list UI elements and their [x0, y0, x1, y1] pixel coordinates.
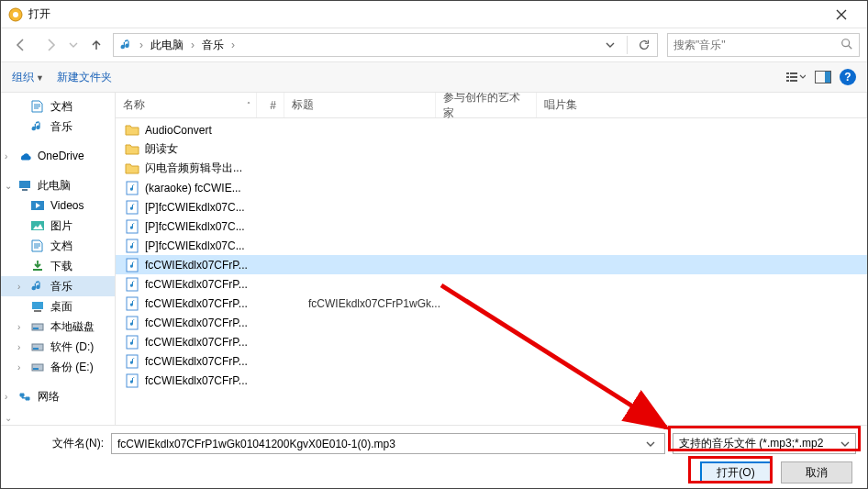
sidebar-item[interactable]: ›本地磁盘	[1, 317, 115, 337]
filter-text: 支持的音乐文件 (*.mp3;*.mp2	[679, 436, 840, 451]
sidebar-item[interactable]: ›软件 (D:)	[1, 337, 115, 357]
svg-rect-12	[22, 189, 28, 191]
sort-caret-icon: ˄	[247, 101, 250, 109]
tree-caret-icon[interactable]: ›	[5, 392, 14, 402]
toolbar: 组织▼ 新建文件夹 ?	[1, 61, 867, 93]
sidebar-item-label: 桌面	[50, 299, 72, 315]
music-icon	[30, 279, 45, 294]
new-folder-button[interactable]: 新建文件夹	[57, 70, 112, 85]
sidebar: 文档音乐›OneDrive⌄此电脑Videos图片文档下载›音乐桌面›本地磁盘›…	[1, 93, 116, 425]
chevron-right-icon: ›	[138, 39, 145, 51]
file-row[interactable]: fcCWIEkdlx07CFrP...	[116, 255, 867, 274]
file-row[interactable]: [P]fcCWIEkdlx07C...	[116, 236, 867, 255]
sidebar-item-label: Videos	[50, 199, 83, 212]
svg-rect-20	[33, 348, 39, 350]
disk-icon	[30, 339, 45, 354]
sidebar-item[interactable]: ›网络	[1, 386, 115, 406]
sidebar-item[interactable]: ⌄此电脑	[1, 175, 115, 195]
folder-icon	[125, 123, 139, 138]
onedrive-icon	[17, 149, 32, 163]
file-row[interactable]: (karaoke) fcCWIE...	[116, 178, 867, 197]
file-row[interactable]: fcCWIEkdlx07CFrP...fcCWIEkdlx07CFrP1wGk.…	[116, 294, 867, 313]
view-options-button[interactable]	[785, 66, 807, 88]
sidebar-item[interactable]: ›音乐	[1, 276, 115, 296]
open-button[interactable]: 打开(O)	[700, 461, 772, 483]
file-row[interactable]: 闪电音频剪辑导出...	[116, 159, 867, 178]
tree-caret-icon[interactable]: ›	[17, 322, 27, 332]
file-title: fcCWIEkdlx07CFrP1wGk...	[308, 297, 460, 310]
sidebar-item-label: 本地磁盘	[50, 319, 95, 335]
svg-rect-8	[790, 80, 797, 82]
sidebar-item[interactable]: 桌面	[1, 296, 115, 317]
file-row[interactable]: 朗读女	[116, 139, 867, 159]
file-type-filter[interactable]: 支持的音乐文件 (*.mp3;*.mp2	[673, 433, 856, 454]
col-artist[interactable]: 参与创作的艺术家	[436, 93, 537, 117]
tree-caret-icon[interactable]: ›	[17, 282, 27, 292]
breadcrumb-history-drop[interactable]	[601, 34, 619, 56]
tree-caret-icon[interactable]: ›	[17, 342, 27, 352]
file-row[interactable]: fcCWIEkdlx07CFrP...	[116, 313, 867, 332]
audio-file-icon	[125, 354, 139, 369]
col-album[interactable]: 唱片集	[537, 93, 867, 117]
search-box[interactable]	[667, 33, 860, 57]
filename-history-drop[interactable]	[643, 439, 659, 449]
sidebar-item[interactable]: ›OneDrive	[1, 146, 115, 166]
svg-point-2	[842, 39, 850, 46]
music-folder-icon	[119, 38, 134, 52]
search-input[interactable]	[673, 39, 840, 51]
audio-file-icon	[125, 239, 139, 253]
sidebar-item[interactable]: 文档	[1, 96, 115, 117]
help-button[interactable]: ?	[840, 69, 856, 85]
tree-caret-icon[interactable]: ›	[5, 151, 14, 161]
search-icon[interactable]	[840, 38, 853, 53]
svg-rect-11	[19, 181, 30, 188]
file-row[interactable]: fcCWIEkdlx07CFrP...	[116, 274, 867, 294]
cancel-button[interactable]: 取消	[781, 461, 852, 483]
video-icon	[30, 198, 45, 213]
file-row[interactable]: AudioConvert	[116, 120, 867, 139]
sidebar-item[interactable]: ›备份 (E:)	[1, 357, 115, 377]
svg-point-1	[13, 12, 18, 17]
nav-up[interactable]	[83, 32, 109, 58]
close-button[interactable]	[823, 2, 860, 28]
nav-recent-drop[interactable]	[67, 32, 80, 58]
breadcrumb[interactable]: › 此电脑 › 音乐 ›	[113, 33, 658, 57]
file-row[interactable]: [P]fcCWIEkdlx07C...	[116, 217, 867, 236]
file-name: (karaoke) fcCWIE...	[145, 182, 270, 194]
file-name: 闪电音频剪辑导出...	[145, 161, 270, 176]
sidebar-item[interactable]: Videos	[1, 195, 115, 216]
file-row[interactable]: fcCWIEkdlx07CFrP...	[116, 332, 867, 351]
filename-field-wrap[interactable]	[111, 433, 665, 454]
nav-back[interactable]	[8, 32, 34, 58]
file-name: fcCWIEkdlx07CFrP...	[145, 317, 270, 329]
breadcrumb-item-0[interactable]: 此电脑	[147, 36, 187, 55]
file-name: fcCWIEkdlx07CFrP...	[145, 374, 270, 387]
sidebar-item-label: 音乐	[50, 119, 72, 135]
sidebar-item[interactable]: 图片	[1, 216, 115, 236]
filename-input[interactable]	[117, 438, 643, 450]
refresh-button[interactable]	[635, 34, 653, 56]
file-name: [P]fcCWIEkdlx07C...	[145, 220, 270, 233]
sidebar-item[interactable]: 下载	[1, 256, 115, 276]
tree-caret-icon[interactable]: ⌄	[5, 181, 14, 191]
sidebar-item[interactable]: 文档	[1, 236, 115, 256]
breadcrumb-item-1[interactable]: 音乐	[198, 36, 228, 55]
tree-caret-icon[interactable]: ›	[17, 362, 27, 372]
organize-button[interactable]: 组织▼	[12, 70, 44, 85]
network-icon	[17, 389, 32, 404]
preview-pane-button[interactable]	[812, 66, 834, 88]
sidebar-item[interactable]: 音乐	[1, 117, 115, 137]
file-row[interactable]: fcCWIEkdlx07CFrP...	[116, 351, 867, 371]
col-title[interactable]: 标题	[284, 93, 436, 117]
col-name[interactable]: 名称˄	[116, 93, 257, 117]
file-row[interactable]: [P]fcCWIEkdlx07C...	[116, 197, 867, 217]
nav-forward[interactable]	[38, 32, 63, 58]
sidebar-item-label: 文档	[50, 99, 72, 115]
audio-file-icon	[125, 219, 139, 234]
window-title: 打开	[28, 6, 50, 22]
sidebar-scroll-down[interactable]: ⌄	[5, 413, 12, 423]
folder-music-icon	[30, 119, 45, 134]
disk-icon	[30, 360, 45, 374]
file-row[interactable]: fcCWIEkdlx07CFrP...	[116, 371, 867, 390]
col-number[interactable]: #	[257, 93, 284, 117]
